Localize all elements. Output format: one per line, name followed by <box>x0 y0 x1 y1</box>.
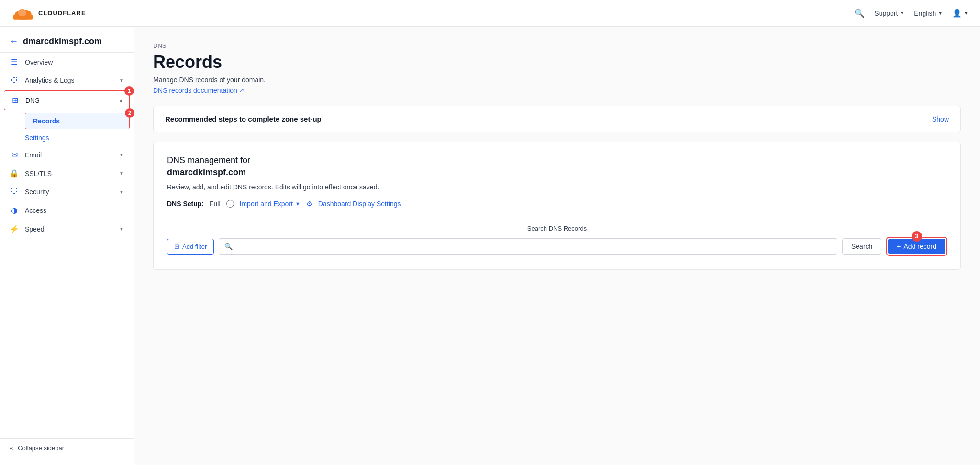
add-record-label: Add record <box>904 243 936 250</box>
sidebar-item-label: DNS <box>25 97 40 104</box>
email-caret-icon: ▼ <box>119 152 124 157</box>
sidebar-item-security[interactable]: 🛡 Security ▼ <box>0 183 134 201</box>
dns-setup-row: DNS Setup: Full i Import and Export ▼ ⚙ … <box>167 200 947 208</box>
sidebar-item-access[interactable]: ◑ Access <box>0 201 134 220</box>
sidebar-item-records[interactable]: Records <box>25 113 129 129</box>
sidebar-item-dns-settings[interactable]: Settings <box>0 130 134 145</box>
collapse-icon: « <box>10 444 13 452</box>
records-badge: 2 <box>125 108 134 118</box>
page-title: Records <box>153 52 961 72</box>
dns-mgmt-desc: Review, add, and edit DNS records. Edits… <box>167 182 947 192</box>
import-export-label: Import and Export <box>240 200 293 208</box>
sidebar-domain: dmarcdkimspf.com <box>23 36 102 46</box>
page-description: Manage DNS records of your domain. <box>153 76 961 84</box>
speed-icon: ⚡ <box>10 224 19 233</box>
external-link-icon: ↗ <box>239 87 244 94</box>
user-icon: 👤 <box>952 9 962 18</box>
add-record-box: 3 + Add record <box>886 237 947 256</box>
sidebar-item-label: Access <box>25 207 46 214</box>
topnav: CLOUDFLARE 🔍 Support ▼ English ▼ 👤 ▼ <box>0 0 980 27</box>
logo-text: CLOUDFLARE <box>38 10 86 17</box>
dns-settings-label: Settings <box>25 134 49 142</box>
sidebar-item-analytics-logs[interactable]: ⏱ Analytics & Logs ▼ <box>0 71 134 89</box>
svg-point-3 <box>18 9 27 16</box>
search-button[interactable]: Search <box>842 238 881 255</box>
security-caret-icon: ▼ <box>119 189 124 195</box>
collapse-sidebar[interactable]: « Collapse sidebar <box>0 438 134 457</box>
user-menu-button[interactable]: 👤 ▼ <box>952 9 969 18</box>
add-filter-button[interactable]: ⊟ Add filter <box>167 239 214 255</box>
add-record-badge: 3 <box>912 231 922 242</box>
sidebar-item-email[interactable]: ✉ Email ▼ <box>0 145 134 164</box>
analytics-caret-icon: ▼ <box>119 78 124 83</box>
access-icon: ◑ <box>10 206 19 215</box>
collapse-label: Collapse sidebar <box>18 444 64 452</box>
search-input-wrap: 🔍 <box>219 238 837 255</box>
sidebar-item-overview[interactable]: ☰ Overview <box>0 53 134 71</box>
dns-mgmt-title: DNS management for <box>167 155 947 166</box>
import-export-caret-icon: ▼ <box>295 201 301 207</box>
analytics-icon: ⏱ <box>10 76 19 85</box>
main-content: DNS Records Manage DNS records of your d… <box>134 27 980 465</box>
search-dns-label: Search DNS Records <box>167 225 947 232</box>
search-section: Search DNS Records ⊟ Add filter 🔍 Search <box>167 221 947 256</box>
language-caret-icon: ▼ <box>938 11 943 16</box>
sidebar-item-label: Speed <box>25 225 44 233</box>
dns-nav-box: 1 ⊞ DNS ▲ <box>4 90 130 110</box>
sidebar-item-label: SSL/TLS <box>25 170 52 177</box>
recommend-card: Recommended steps to complete zone set-u… <box>153 106 961 132</box>
show-link[interactable]: Show <box>932 115 949 123</box>
logo: CLOUDFLARE <box>11 6 86 21</box>
info-icon[interactable]: i <box>226 200 234 208</box>
language-menu-button[interactable]: English ▼ <box>914 10 943 17</box>
filter-icon: ⊟ <box>174 243 179 250</box>
add-filter-label: Add filter <box>182 243 207 250</box>
topnav-right: 🔍 Support ▼ English ▼ 👤 ▼ <box>854 8 969 19</box>
security-icon: 🛡 <box>10 188 19 196</box>
sidebar-item-label: Security <box>25 188 49 196</box>
cloudflare-logo-icon <box>11 6 34 21</box>
dashboard-display-settings-button[interactable]: Dashboard Display Settings <box>318 200 401 208</box>
sidebar-item-label: Analytics & Logs <box>25 77 75 84</box>
dns-mgmt-domain: dmarcdkimspf.com <box>167 167 947 177</box>
sidebar-item-speed[interactable]: ⚡ Speed ▼ <box>0 220 134 238</box>
records-label: Records <box>33 117 60 125</box>
sidebar-item-ssl-tls[interactable]: 🔒 SSL/TLS ▼ <box>0 164 134 183</box>
import-export-button[interactable]: Import and Export ▼ <box>240 200 301 208</box>
sidebar-item-label: Email <box>25 151 42 159</box>
ssl-caret-icon: ▼ <box>119 171 124 176</box>
global-search-button[interactable]: 🔍 <box>854 8 865 19</box>
sidebar-item-dns[interactable]: ⊞ DNS ▲ <box>4 91 129 110</box>
plus-icon: + <box>897 243 901 250</box>
dns-docs-link[interactable]: DNS records documentation ↗ <box>153 87 244 94</box>
speed-caret-icon: ▼ <box>119 226 124 232</box>
dns-caret-icon: ▲ <box>119 98 123 103</box>
search-icon: 🔍 <box>224 243 233 250</box>
support-caret-icon: ▼ <box>900 11 904 16</box>
search-input[interactable] <box>219 238 837 255</box>
sidebar-header: ← dmarcdkimspf.com <box>0 27 134 53</box>
gear-icon: ⚙ <box>306 200 312 208</box>
ssl-icon: 🔒 <box>10 169 19 178</box>
email-icon: ✉ <box>10 150 19 159</box>
main-layout: ← dmarcdkimspf.com ☰ Overview ⏱ Analytic… <box>0 27 980 465</box>
dns-setup-value: Full <box>210 200 221 208</box>
dns-setup-label: DNS Setup: <box>167 200 204 208</box>
sidebar: ← dmarcdkimspf.com ☰ Overview ⏱ Analytic… <box>0 27 134 465</box>
dashboard-settings-label: Dashboard Display Settings <box>318 200 401 208</box>
dns-icon: ⊞ <box>10 96 20 105</box>
dns-badge: 1 <box>124 86 134 96</box>
breadcrumb: DNS <box>153 42 961 49</box>
recommend-title: Recommended steps to complete zone set-u… <box>165 115 322 123</box>
sidebar-item-label: Overview <box>25 58 53 66</box>
records-nav-box: 2 Records <box>25 113 130 129</box>
search-row: ⊟ Add filter 🔍 Search 3 <box>167 237 947 256</box>
dns-mgmt-card: DNS management for dmarcdkimspf.com Revi… <box>153 142 961 270</box>
sidebar-back-button[interactable]: ← <box>10 36 18 46</box>
support-menu-button[interactable]: Support ▼ <box>874 10 904 17</box>
svg-rect-4 <box>13 16 33 19</box>
overview-icon: ☰ <box>10 57 19 66</box>
user-caret-icon: ▼ <box>964 11 969 16</box>
